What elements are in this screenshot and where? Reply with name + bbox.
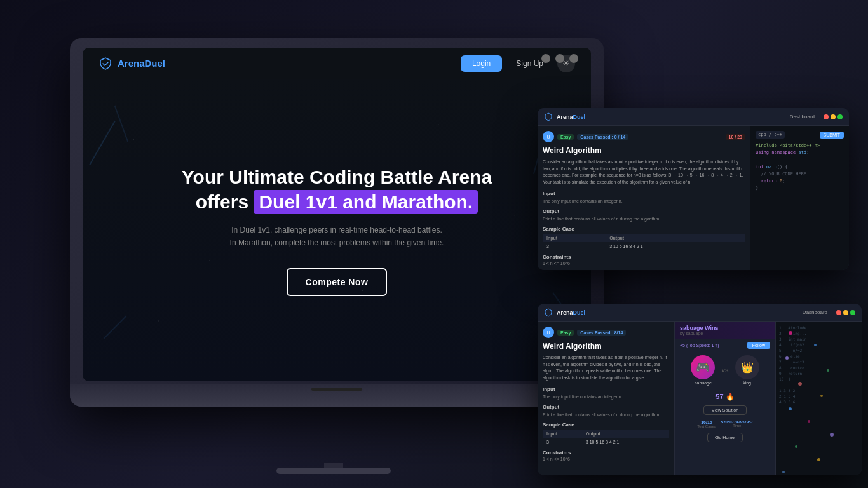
decorative-dots-panel: 1 #include 2 using... 3 int main 4 if(n%… <box>776 322 862 475</box>
player2-name: king <box>735 381 759 385</box>
win2-close-dot[interactable] <box>836 310 841 315</box>
sample-input-val: 3 <box>543 242 606 250</box>
input-label: Input <box>543 191 745 196</box>
laptop-base <box>70 384 604 407</box>
stat-time-label: Time <box>721 424 753 428</box>
win2-min-dot[interactable] <box>843 310 848 315</box>
winner-banner: sabuage Wins by sabuage <box>675 322 775 339</box>
player2-avatar: 👑 <box>735 355 759 379</box>
code-line-5: // YOUR CODE HERE <box>756 171 844 178</box>
result-window: ArenaDuel Dashboard <box>538 304 862 475</box>
result-avatar: U <box>543 327 554 338</box>
winner-text: sabuage Wins <box>680 325 770 331</box>
laptop-body: ArenaDuel Login Sign Up ☀ <box>70 38 604 407</box>
deco-line-1 <box>89 121 116 165</box>
code-editor-panel: cpp / c++ SUBMIT #include <bits/stdc++.h… <box>750 126 849 270</box>
maximize-button[interactable] <box>555 54 564 63</box>
window-brand: ArenaDuel <box>557 114 585 120</box>
language-selector[interactable]: cpp / c++ <box>756 131 785 139</box>
dot-5 <box>798 382 802 386</box>
laptop-device: ArenaDuel Login Sign Up ☀ <box>57 19 610 464</box>
stat-tc-val: 16/16 <box>697 420 716 424</box>
navigation-bar: ArenaDuel Login Sign Up ☀ <box>83 48 591 79</box>
result-input-desc: The only input line contains an integer … <box>543 394 669 400</box>
deco-line-2 <box>114 105 128 142</box>
dot-2 <box>814 344 817 346</box>
result-meta-left: U Easy Cases Passed : 8/14 <box>543 327 626 338</box>
minimize-button[interactable] <box>541 54 550 63</box>
dot-1 <box>789 331 792 335</box>
problem-header: U Easy Cases Passed : 0 / 14 10 / 23 <box>543 131 745 142</box>
result-left-panel: U Easy Cases Passed : 8/14 Weird Algorit… <box>538 322 674 475</box>
code-line-7: } <box>756 185 844 192</box>
result-problem-header: U Easy Cases Passed : 8/14 <box>543 327 669 338</box>
deco-line-4 <box>104 316 127 339</box>
window-titlebar-top: ArenaDuel Dashboard <box>538 108 849 126</box>
titlebar-bottom-left: ArenaDuel <box>544 308 585 317</box>
sample-output-val: 3 10 5 16 8 4 2 1 <box>606 242 745 250</box>
code-line-3 <box>756 156 844 163</box>
cases-tag: Cases Passed : 0 / 14 <box>577 134 628 140</box>
result-stats: 16/16 Test Cases 520307742957957 Time <box>675 417 775 431</box>
win2-max-dot[interactable] <box>850 310 855 315</box>
titlebar-right: Dashboard <box>790 114 843 119</box>
constraints-val: 1 < n <= 10^6 <box>543 261 745 266</box>
window-titlebar-bottom: ArenaDuel Dashboard <box>538 304 862 322</box>
win-max-dot[interactable] <box>837 114 843 119</box>
login-button[interactable]: Login <box>461 55 502 72</box>
window-logo-icon <box>544 112 553 121</box>
window-content-top: U Easy Cases Passed : 0 / 14 10 / 23 Wei… <box>538 126 849 270</box>
win-min-dot[interactable] <box>831 114 836 119</box>
dot-9 <box>830 433 834 437</box>
stat-tc-label: Test Cases <box>697 424 716 428</box>
code-editor-window: ArenaDuel Dashboard <box>538 108 849 270</box>
player1-name: sabuage <box>691 381 715 385</box>
compete-now-button[interactable]: Compete Now <box>287 268 388 296</box>
input-desc: The only input line contains an integer … <box>543 198 745 205</box>
win-close-dot[interactable] <box>824 114 829 119</box>
screen-bezel: ArenaDuel Login Sign Up ☀ <box>83 48 591 381</box>
bottom-window-content: U Easy Cases Passed : 8/14 Weird Algorit… <box>538 322 862 475</box>
hero-title: Your Ultimate Coding Battle Arena offers… <box>182 165 492 214</box>
stat-test-cases: 16/16 Test Cases <box>697 420 716 428</box>
sample-case-label: Sample Case <box>543 226 745 232</box>
dot-3 <box>785 356 789 360</box>
problem-description: Consider an algorithm that takes as inpu… <box>543 159 745 186</box>
logo-text: ArenaDuel <box>118 58 165 69</box>
result-sample-table: Input Output 3 3 10 5 16 8 4 2 1 <box>543 430 669 446</box>
user-avatar-sm: U <box>543 131 554 142</box>
result-output-desc: Print a line that contains all values of… <box>543 412 669 418</box>
rating-change: +5 (Top Speed: 1 ↑) <box>680 343 719 348</box>
stat-time: 520307742957957 Time <box>721 420 753 428</box>
output-desc: Print a line that contains all values of… <box>543 216 745 222</box>
view-solution-button[interactable]: View Solution <box>703 405 747 415</box>
result-diff-tag: Easy <box>557 330 574 336</box>
result-problem-title: Weird Algorithm <box>543 342 669 351</box>
code-toolbar: cpp / c++ SUBMIT <box>756 131 844 139</box>
logo: ArenaDuel <box>98 57 165 71</box>
result-input-label: Input <box>543 386 669 392</box>
winner-sub: by sabuage <box>680 331 770 336</box>
result-sample-label: Sample Case <box>543 422 669 428</box>
constraints-label: Constraints <box>543 254 745 260</box>
hero-cta: Compete Now <box>287 268 388 296</box>
hero-section: Your Ultimate Coding Battle Arena offers… <box>83 79 591 381</box>
code-line-2: using namespace std; <box>756 149 844 156</box>
result-middle-panel: sabuage Wins by sabuage +5 (Top Speed: 1… <box>674 322 776 475</box>
logo-icon <box>98 57 112 71</box>
code-line-4: int main() { <box>756 164 844 171</box>
output-header: Output <box>606 234 745 242</box>
result-cases-tag: Cases Passed : 8/14 <box>577 330 626 336</box>
result-output-header: Output <box>582 430 669 438</box>
window2-brand: ArenaDuel <box>557 309 585 316</box>
dot-7 <box>789 407 792 410</box>
dot-10 <box>795 445 797 448</box>
score-tag: 10 / 23 <box>726 134 745 140</box>
follow-button[interactable]: Follow <box>747 342 770 349</box>
submit-button[interactable]: SUBMIT <box>820 132 844 139</box>
close-button[interactable] <box>569 54 578 63</box>
result-output-label: Output <box>543 404 669 410</box>
go-home-button[interactable]: Go Home <box>707 433 743 442</box>
score-val: 57 🔥 <box>715 393 734 400</box>
result-constraints-label: Constraints <box>543 450 669 456</box>
